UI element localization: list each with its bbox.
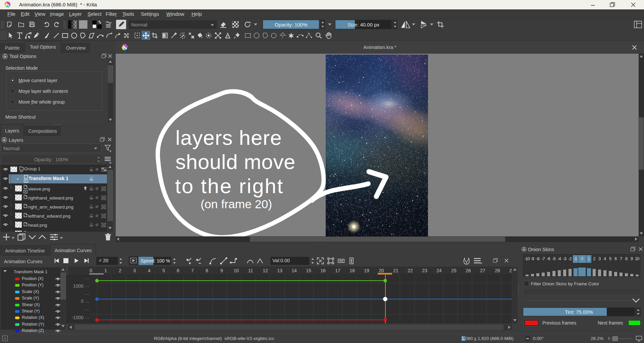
svg-text:should move: should move <box>175 150 296 173</box>
svg-text:layers here: layers here <box>175 126 282 149</box>
svg-text:(on frame 20): (on frame 20) <box>201 197 272 211</box>
svg-text:to the right: to the right <box>175 174 284 197</box>
